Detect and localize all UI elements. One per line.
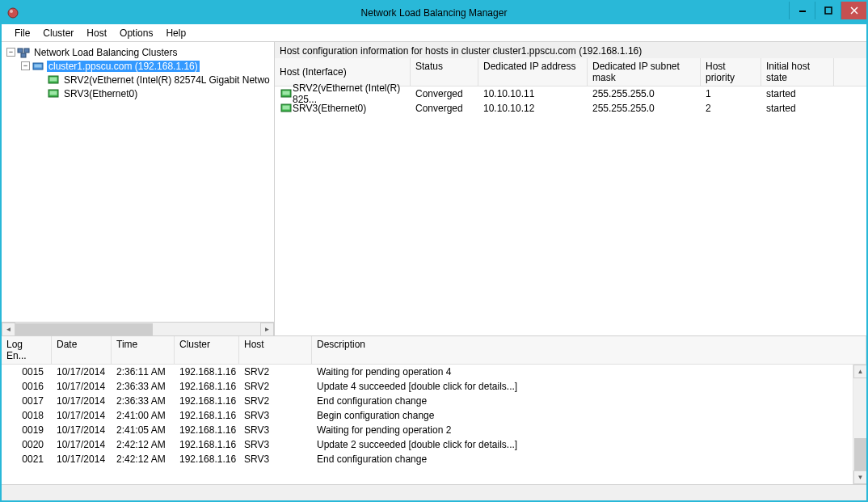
log-header: Log En... Date Time Cluster Host Descrip… bbox=[2, 336, 866, 365]
scroll-thumb[interactable] bbox=[15, 323, 153, 335]
col-initial-state[interactable]: Initial host state bbox=[761, 58, 834, 86]
scroll-right-button[interactable]: ► bbox=[260, 323, 274, 336]
menu-file[interactable]: File bbox=[8, 26, 36, 40]
collapse-icon[interactable]: − bbox=[21, 61, 30, 70]
svg-rect-6 bbox=[21, 53, 26, 57]
minimize-button[interactable] bbox=[789, 2, 815, 19]
log-row[interactable]: 002010/17/20142:42:12 AM192.168.1.16SRV3… bbox=[2, 437, 866, 452]
log-host: SRV2 bbox=[239, 381, 312, 392]
log-cluster: 192.168.1.16 bbox=[175, 395, 239, 407]
host-status: Converged bbox=[411, 87, 478, 100]
menu-options[interactable]: Options bbox=[113, 26, 159, 40]
log-time: 2:36:11 AM bbox=[112, 366, 175, 378]
close-button[interactable] bbox=[841, 2, 866, 19]
tree-root-label: Network Load Balancing Clusters bbox=[32, 47, 179, 58]
tree-cluster[interactable]: − cluster1.ppscu.com (192.168.1.16) bbox=[6, 59, 274, 73]
log-host: SRV3 bbox=[239, 453, 312, 465]
col-subnet-mask[interactable]: Dedicated IP subnet mask bbox=[588, 58, 701, 86]
tree-host-1[interactable]: SRV2(vEthernet (Intel(R) 82574L Gigabit … bbox=[6, 73, 274, 86]
collapse-icon[interactable]: − bbox=[6, 48, 15, 57]
log-row[interactable]: 001710/17/20142:36:33 AM192.168.1.16SRV2… bbox=[2, 394, 866, 408]
col-status[interactable]: Status bbox=[411, 58, 478, 86]
host-initial-state: started bbox=[761, 102, 834, 115]
log-entry: 0019 bbox=[2, 424, 52, 436]
svg-rect-16 bbox=[283, 106, 290, 110]
host-subnet-mask: 255.255.255.0 bbox=[588, 102, 701, 115]
title-bar: Network Load Balancing Manager bbox=[2, 2, 866, 24]
tree-host-1-label: SRV2(vEthernet (Intel(R) 82574L Gigabit … bbox=[62, 74, 272, 86]
svg-point-1 bbox=[10, 10, 13, 13]
log-date: 10/17/2014 bbox=[52, 439, 112, 450]
cluster-icon bbox=[32, 60, 44, 73]
log-row[interactable]: 001510/17/20142:36:11 AM192.168.1.16SRV2… bbox=[2, 365, 866, 379]
log-entry: 0020 bbox=[2, 439, 52, 450]
log-date: 10/17/2014 bbox=[52, 366, 112, 378]
col-host[interactable]: Host bbox=[239, 336, 312, 364]
log-row[interactable]: 001910/17/20142:41:05 AM192.168.1.16SRV3… bbox=[2, 423, 866, 437]
log-row[interactable]: 001810/17/20142:41:00 AM192.168.1.16SRV3… bbox=[2, 408, 866, 423]
maximize-button[interactable] bbox=[815, 2, 841, 19]
log-date: 10/17/2014 bbox=[52, 424, 112, 436]
tree-host-2-label: SRV3(Ethernet0) bbox=[62, 88, 139, 99]
horizontal-scrollbar[interactable]: ◄ ► bbox=[2, 322, 274, 335]
svg-rect-2 bbox=[799, 11, 806, 12]
host-dedicated-ip: 10.10.10.12 bbox=[478, 102, 588, 115]
log-entry: 0015 bbox=[2, 366, 52, 378]
status-bar bbox=[2, 484, 866, 500]
tree-host-2[interactable]: SRV3(Ethernet0) bbox=[6, 86, 274, 100]
log-entry: 0016 bbox=[2, 381, 52, 392]
svg-rect-8 bbox=[35, 64, 42, 67]
host-row[interactable]: SRV2(vEthernet (Intel(R) 825...Converged… bbox=[275, 86, 866, 101]
log-description: Update 4 succeeded [double click for det… bbox=[312, 381, 866, 392]
host-priority: 1 bbox=[701, 87, 761, 100]
log-row[interactable]: 001610/17/20142:36:33 AM192.168.1.16SRV2… bbox=[2, 379, 866, 394]
col-date[interactable]: Date bbox=[52, 336, 112, 364]
menu-host[interactable]: Host bbox=[80, 26, 113, 40]
tree-root[interactable]: − Network Load Balancing Clusters bbox=[6, 45, 274, 59]
log-row[interactable]: 002110/17/20142:42:12 AM192.168.1.16SRV3… bbox=[2, 452, 866, 466]
svg-rect-3 bbox=[825, 7, 832, 14]
tree-cluster-label: cluster1.ppscu.com (192.168.1.16) bbox=[47, 61, 200, 72]
log-description: End configuration change bbox=[312, 395, 866, 407]
host-subnet-mask: 255.255.255.0 bbox=[588, 87, 701, 100]
scroll-up-button[interactable]: ▲ bbox=[853, 365, 866, 378]
log-description: End configuration change bbox=[312, 453, 866, 465]
scroll-left-button[interactable]: ◄ bbox=[2, 323, 15, 336]
log-host: SRV3 bbox=[239, 410, 312, 421]
svg-rect-4 bbox=[18, 49, 23, 53]
svg-rect-14 bbox=[283, 91, 290, 95]
scroll-thumb[interactable] bbox=[854, 438, 866, 470]
host-row[interactable]: SRV3(Ethernet0)Converged10.10.10.12255.2… bbox=[275, 101, 866, 116]
col-time[interactable]: Time bbox=[112, 336, 175, 364]
col-dedicated-ip[interactable]: Dedicated IP address bbox=[478, 58, 588, 86]
host-initial-state: started bbox=[761, 87, 834, 100]
menu-help[interactable]: Help bbox=[159, 26, 192, 40]
col-priority[interactable]: Host priority bbox=[701, 58, 761, 86]
vertical-scrollbar[interactable]: ▲ ▼ bbox=[853, 365, 866, 484]
col-log-entry[interactable]: Log En... bbox=[2, 336, 52, 364]
server-icon bbox=[47, 87, 60, 100]
log-date: 10/17/2014 bbox=[52, 453, 112, 465]
log-host: SRV3 bbox=[239, 439, 312, 450]
host-priority: 2 bbox=[701, 102, 761, 115]
log-time: 2:41:00 AM bbox=[112, 410, 175, 421]
col-description[interactable]: Description bbox=[312, 336, 866, 364]
log-time: 2:36:33 AM bbox=[112, 381, 175, 392]
log-cluster: 192.168.1.16 bbox=[175, 424, 239, 436]
server-icon bbox=[280, 102, 293, 115]
svg-rect-10 bbox=[50, 77, 57, 81]
server-icon bbox=[280, 87, 293, 100]
host-dedicated-ip: 10.10.10.11 bbox=[478, 87, 588, 100]
svg-rect-5 bbox=[24, 49, 29, 53]
menu-cluster[interactable]: Cluster bbox=[36, 26, 80, 40]
log-date: 10/17/2014 bbox=[52, 395, 112, 407]
log-time: 2:42:12 AM bbox=[112, 453, 175, 465]
log-cluster: 192.168.1.16 bbox=[175, 410, 239, 421]
log-description: Update 2 succeeded [double click for det… bbox=[312, 439, 866, 450]
server-icon bbox=[47, 74, 60, 86]
host-table-body: SRV2(vEthernet (Intel(R) 825...Converged… bbox=[275, 86, 866, 116]
tree-pane: − Network Load Balancing Clusters − clus… bbox=[2, 42, 275, 335]
log-time: 2:36:33 AM bbox=[112, 395, 175, 407]
scroll-down-button[interactable]: ▼ bbox=[853, 470, 866, 484]
col-cluster[interactable]: Cluster bbox=[175, 336, 239, 364]
